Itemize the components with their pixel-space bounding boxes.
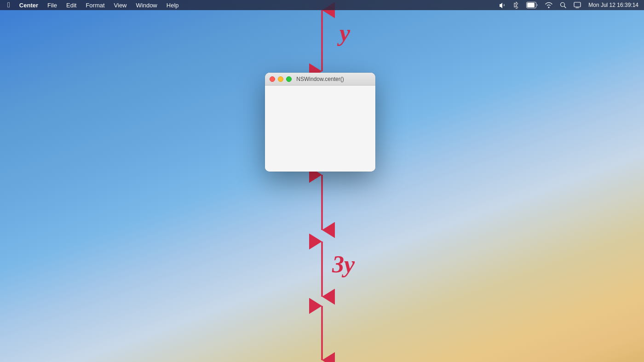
edit-menu[interactable]: Edit bbox=[63, 0, 80, 10]
app-name-menu[interactable]: Center bbox=[16, 0, 42, 10]
floating-window[interactable]: NSWindow.center() bbox=[265, 73, 375, 172]
apple-menu[interactable]:  bbox=[4, 0, 14, 10]
annotations: y 3y bbox=[0, 0, 644, 362]
desktop:  Center File Edit Format View Window He… bbox=[0, 0, 644, 362]
datetime-display: Mon Jul 12 16:39:14 bbox=[586, 2, 640, 8]
window-close-button[interactable] bbox=[270, 76, 275, 82]
battery-icon[interactable] bbox=[524, 2, 540, 8]
format-menu[interactable]: Format bbox=[82, 0, 108, 10]
help-menu[interactable]: Help bbox=[163, 0, 183, 10]
window-content bbox=[265, 86, 375, 172]
file-menu[interactable]: File bbox=[44, 0, 61, 10]
window-menu[interactable]: Window bbox=[132, 0, 161, 10]
window-maximize-button[interactable] bbox=[286, 76, 292, 82]
window-titlebar: NSWindow.center() bbox=[265, 73, 375, 86]
window-title: NSWindow.center() bbox=[296, 76, 344, 82]
svg-line-3 bbox=[564, 6, 566, 8]
display-icon[interactable] bbox=[572, 2, 583, 8]
wifi-icon[interactable] bbox=[543, 2, 554, 8]
volume-icon[interactable] bbox=[497, 2, 508, 8]
annotation-arrows bbox=[0, 0, 644, 362]
label-3y: 3y bbox=[332, 251, 355, 278]
view-menu[interactable]: View bbox=[110, 0, 131, 10]
window-minimize-button[interactable] bbox=[278, 76, 283, 82]
svg-rect-4 bbox=[574, 2, 581, 7]
svg-rect-1 bbox=[527, 3, 535, 7]
label-y: y bbox=[339, 19, 350, 46]
search-icon[interactable] bbox=[558, 2, 568, 8]
bluetooth-icon[interactable] bbox=[512, 1, 521, 9]
menubar:  Center File Edit Format View Window He… bbox=[0, 0, 644, 10]
